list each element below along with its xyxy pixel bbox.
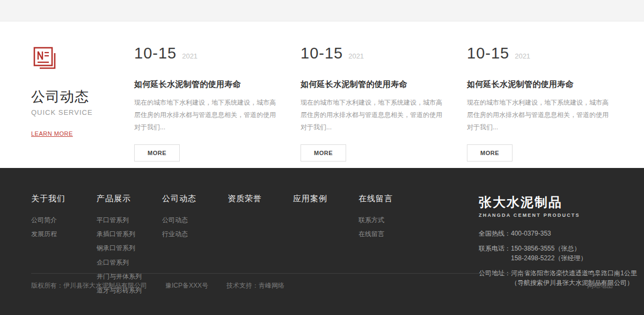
brand-logo: 张大水泥制品 — [479, 194, 613, 211]
date-year: 2021 — [515, 52, 530, 61]
news-card-list: 10-15 2021 如何延长水泥制管的使用寿命 现在的城市地下水利建设，地下系… — [134, 46, 613, 162]
date-year: 2021 — [348, 52, 364, 61]
icp-record[interactable]: 豫ICP备XXX号 — [165, 281, 208, 290]
news-title[interactable]: 如何延长水泥制管的使用寿命 — [134, 79, 280, 90]
news-section-intro: 公司动态 QUICK SERVICE LEARN MORE — [31, 46, 134, 162]
section-title: 公司动态 — [31, 87, 134, 106]
footer-link[interactable]: 承插口管系列 — [97, 229, 162, 239]
date-day: 10-15 — [134, 46, 177, 61]
contact-value: 158-2498-5222（张经理） — [511, 253, 587, 263]
contact-value: 400-0379-353 — [511, 229, 551, 239]
footer-col-title[interactable]: 产品展示 — [97, 194, 162, 204]
section-subtitle: QUICK SERVICE — [31, 108, 134, 116]
tech-support[interactable]: 技术支持：青峰网络 — [226, 281, 284, 290]
footer-col-title[interactable]: 应用案例 — [293, 194, 358, 204]
news-date: 10-15 2021 — [467, 46, 613, 61]
learn-more-link[interactable]: LEARN MORE — [31, 130, 73, 137]
date-day: 10-15 — [301, 46, 343, 61]
contact-label: 全国热线： — [479, 229, 511, 239]
footer-link[interactable]: 钢承口管系列 — [97, 243, 162, 253]
footer-link[interactable]: 联系方式 — [358, 215, 424, 225]
news-title[interactable]: 如何延长水泥制管的使用寿命 — [301, 79, 447, 90]
footer-col-news: 公司动态 公司动态 行业动态 — [162, 194, 228, 273]
news-date: 10-15 2021 — [134, 46, 280, 61]
news-card[interactable]: 10-15 2021 如何延长水泥制管的使用寿命 现在的城市地下水利建设，地下系… — [467, 46, 613, 162]
news-excerpt: 现在的城市地下水利建设，地下系统建设，城市高层住房的用水排水都与管道息息相关，管… — [467, 97, 613, 133]
footer-link[interactable]: 行业动态 — [162, 229, 228, 239]
footer-col-title[interactable]: 在线留言 — [358, 194, 424, 204]
more-button[interactable]: MORE — [134, 144, 180, 162]
footer-col-title[interactable]: 公司动态 — [162, 194, 228, 204]
footer-link[interactable]: 公司简介 — [31, 215, 97, 225]
footer-col-products: 产品展示 平口管系列 承插口管系列 钢承口管系列 企口管系列 井门与井体系列 道… — [97, 194, 162, 273]
footer-link[interactable]: 平口管系列 — [97, 215, 162, 225]
footer-link[interactable]: 公司动态 — [162, 215, 228, 225]
contact-hotline: 全国热线： 400-0379-353 — [479, 229, 613, 239]
news-icon — [32, 46, 134, 75]
more-button[interactable]: MORE — [301, 144, 346, 162]
footer-link[interactable]: 在线留言 — [358, 229, 424, 239]
copyright-text: 版权所有：伊川县张大水泥制品有限公司 — [31, 281, 147, 290]
footer-brand-block: 张大水泥制品 ZHANGDA CEMENT PRODUCTS 全国热线： 400… — [479, 194, 613, 273]
footer-link[interactable]: 发展历程 — [31, 229, 97, 239]
footer-link[interactable]: 企口管系列 — [97, 258, 162, 268]
footer-col-title[interactable]: 关于我们 — [31, 194, 97, 204]
sitemap-link[interactable]: 网站地图 — [587, 281, 613, 290]
company-news-section: 公司动态 QUICK SERVICE LEARN MORE 10-15 2021… — [0, 21, 644, 168]
contact-phones: 联系电话： 150-3856-3555（张总） 158-2498-5222（张经… — [479, 244, 613, 263]
news-excerpt: 现在的城市地下水利建设，地下系统建设，城市高层住房的用水排水都与管道息息相关，管… — [301, 97, 447, 133]
contact-value: 150-3856-3555（张总） — [511, 244, 587, 254]
news-excerpt: 现在的城市地下水利建设，地下系统建设，城市高层住房的用水排水都与管道息息相关，管… — [134, 97, 280, 133]
footer-col-cases: 应用案例 — [293, 194, 358, 273]
footer-col-title[interactable]: 资质荣誉 — [228, 194, 293, 204]
news-date: 10-15 2021 — [301, 46, 447, 61]
footer-col-honors: 资质荣誉 — [228, 194, 293, 273]
date-year: 2021 — [182, 52, 197, 61]
news-card[interactable]: 10-15 2021 如何延长水泥制管的使用寿命 现在的城市地下水利建设，地下系… — [301, 46, 447, 162]
footer-col-message: 在线留言 联系方式 在线留言 — [358, 194, 424, 273]
footer-col-about: 关于我们 公司简介 发展历程 — [31, 194, 97, 273]
date-day: 10-15 — [467, 46, 509, 61]
news-title[interactable]: 如何延长水泥制管的使用寿命 — [467, 79, 613, 90]
footer-bottom-bar: 版权所有：伊川县张大水泥制品有限公司 豫ICP备XXX号 技术支持：青峰网络 网… — [31, 274, 613, 290]
site-footer: 关于我们 公司简介 发展历程 产品展示 平口管系列 承插口管系列 钢承口管系列 … — [0, 168, 644, 315]
news-card[interactable]: 10-15 2021 如何延长水泥制管的使用寿命 现在的城市地下水利建设，地下系… — [134, 46, 280, 162]
top-nav-strip — [0, 0, 644, 21]
more-button[interactable]: MORE — [467, 144, 513, 162]
brand-logo-en: ZHANGDA CEMENT PRODUCTS — [479, 213, 613, 218]
contact-label: 联系电话： — [479, 244, 511, 263]
